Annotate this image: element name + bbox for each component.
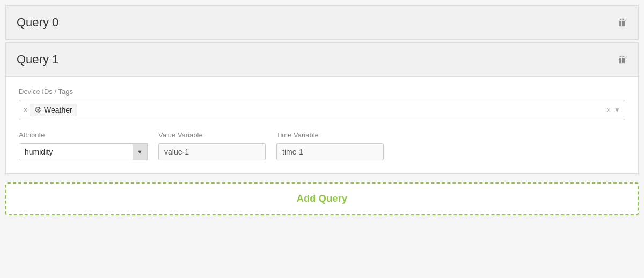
tag-input-controls: × ▼ xyxy=(606,106,620,114)
query-0-block: Query 0 🗑 xyxy=(5,5,639,40)
tag-remove-button[interactable]: × xyxy=(24,106,27,114)
device-ids-input[interactable]: × ⚙ Weather × ▼ xyxy=(19,100,625,120)
time-variable-input[interactable] xyxy=(276,143,384,160)
query-1-title: Query 1 xyxy=(17,53,58,67)
attribute-group: Attribute humidity temperature pressure … xyxy=(19,131,148,160)
value-variable-input[interactable] xyxy=(158,143,266,160)
weather-tag: ⚙ Weather xyxy=(30,104,77,116)
add-query-container[interactable]: Add Query xyxy=(5,182,639,215)
query-1-body: Device IDs / Tags × ⚙ Weather × ▼ Attrib… xyxy=(6,77,638,173)
attribute-select-wrapper: humidity temperature pressure ▼ xyxy=(19,143,148,160)
query-0-delete-button[interactable]: 🗑 xyxy=(618,17,627,28)
fields-row: Attribute humidity temperature pressure … xyxy=(19,131,625,160)
tag-label: Weather xyxy=(44,106,72,114)
dropdown-button[interactable]: ▼ xyxy=(614,106,620,114)
add-query-button[interactable]: Add Query xyxy=(297,193,348,204)
gear-icon: ⚙ xyxy=(34,105,41,115)
time-variable-group: Time Variable xyxy=(276,131,384,160)
query-1-header[interactable]: Query 1 🗑 xyxy=(6,43,638,77)
time-variable-label: Time Variable xyxy=(276,131,384,139)
query-0-header[interactable]: Query 0 🗑 xyxy=(6,6,638,40)
device-ids-label: Device IDs / Tags xyxy=(19,87,625,96)
query-1-delete-button[interactable]: 🗑 xyxy=(618,54,627,65)
attribute-label: Attribute xyxy=(19,131,148,139)
attribute-select[interactable]: humidity temperature pressure xyxy=(19,143,148,160)
value-variable-label: Value Variable xyxy=(158,131,266,139)
query-1-block: Query 1 🗑 Device IDs / Tags × ⚙ Weather … xyxy=(5,42,639,174)
query-0-title: Query 0 xyxy=(17,16,58,30)
clear-tags-button[interactable]: × xyxy=(606,106,611,114)
value-variable-group: Value Variable xyxy=(158,131,266,160)
